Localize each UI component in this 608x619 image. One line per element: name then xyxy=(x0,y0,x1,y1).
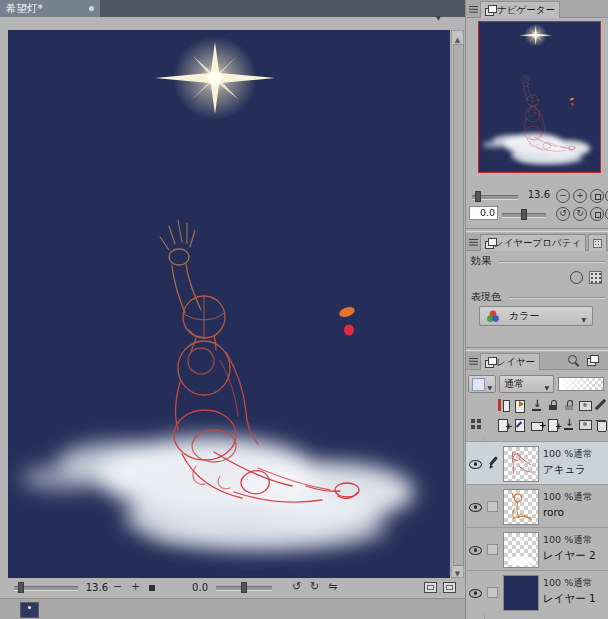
blend-mode-combo[interactable]: 通常 xyxy=(499,375,554,393)
navigator-zoom-reset-button[interactable] xyxy=(590,189,604,203)
layer-row[interactable]: 100 %通常 レイヤー 2 xyxy=(466,527,608,570)
rotate-left-button[interactable] xyxy=(292,581,301,593)
scroll-down-icon[interactable] xyxy=(452,565,463,577)
navigator-menu-icon[interactable] xyxy=(469,5,478,13)
color-wheel-icon xyxy=(486,310,500,323)
transfer-down-icon[interactable] xyxy=(530,398,544,412)
border-effect-icon[interactable] xyxy=(570,271,583,284)
enable-mask-icon[interactable] xyxy=(578,398,592,412)
canvas-vertical-scrollbar[interactable] xyxy=(451,30,464,578)
fit-to-window-button[interactable] xyxy=(443,582,456,593)
opacity-slider[interactable] xyxy=(558,377,604,391)
two-pane-icon[interactable] xyxy=(587,355,599,366)
document-tab-title: 希望灯* xyxy=(6,2,43,16)
tone-effect-icon[interactable] xyxy=(589,271,602,284)
tab-navigator[interactable]: ナビゲーター xyxy=(480,1,560,18)
expression-color-rule xyxy=(510,297,606,299)
section-divider xyxy=(466,347,608,351)
flip-horizontal-button[interactable] xyxy=(328,581,337,593)
navigator-preview[interactable] xyxy=(478,21,601,173)
merge-down-icon[interactable] xyxy=(562,417,576,431)
layer-visibility-icon[interactable] xyxy=(469,543,482,556)
new-folder-icon[interactable] xyxy=(530,417,544,431)
expression-color-label: 表現色 xyxy=(471,290,501,304)
layer-row[interactable]: 100 %通常 レイヤー 1 xyxy=(466,570,608,613)
tone-tab-icon xyxy=(593,239,602,248)
zoom-100-button[interactable] xyxy=(149,585,155,591)
navigator-header: ナビゲーター xyxy=(466,0,608,18)
expression-color-value: カラー xyxy=(509,309,539,323)
layers-header: レイヤー xyxy=(466,352,608,370)
navigator-rotate-reset-button[interactable] xyxy=(590,207,604,221)
layer-row[interactable]: 100 %通常 roro xyxy=(466,484,608,527)
lock-transparent-pixels-icon[interactable] xyxy=(562,398,576,412)
scrollbar-thumb[interactable] xyxy=(453,44,464,566)
layer-thumbnail[interactable] xyxy=(503,446,539,482)
tab-layer-property[interactable]: レイヤープロパティ xyxy=(480,234,586,251)
tab-close-icon[interactable] xyxy=(89,6,94,11)
tab-layer-property-extra[interactable] xyxy=(588,234,607,251)
editing-target-checkbox[interactable] xyxy=(487,501,498,512)
canvas-viewport[interactable] xyxy=(8,30,450,578)
new-vector-layer-icon[interactable] xyxy=(513,417,527,431)
layers-title: レイヤー xyxy=(496,356,535,369)
statusbar-rotation-value: 0.0 xyxy=(186,582,208,593)
layer-info: 100 %通常 xyxy=(543,577,592,590)
layer-thumbnail[interactable] xyxy=(503,532,539,568)
layer-thumbnail[interactable] xyxy=(503,575,539,611)
tab-layers[interactable]: レイヤー xyxy=(480,353,540,370)
navigator-zoom-handle[interactable] xyxy=(475,191,481,202)
layer-visibility-icon[interactable] xyxy=(469,500,482,513)
canvas-statusbar: 13.6 0.0 xyxy=(0,578,466,598)
thumb-art xyxy=(504,490,538,524)
create-mask-icon[interactable] xyxy=(578,417,592,431)
rotate-right-button[interactable] xyxy=(310,581,319,593)
layer-property-panel-icon xyxy=(485,238,491,249)
layer-thumbnail[interactable] xyxy=(503,489,539,525)
clip-to-layer-below-icon[interactable] xyxy=(496,398,510,412)
delete-layer-icon[interactable] xyxy=(594,417,608,431)
layers-menu-icon[interactable] xyxy=(469,357,478,365)
reference-layer-icon[interactable] xyxy=(513,398,527,412)
duplicate-layer-icon[interactable] xyxy=(546,417,560,431)
show-ruler-icon[interactable] xyxy=(594,398,608,412)
expression-color-combo[interactable]: カラー xyxy=(479,306,593,326)
navigator-zoom-value: 13.6 xyxy=(520,189,550,200)
navigator-rotate-right-button[interactable] xyxy=(573,207,587,221)
layer-property-menu-icon[interactable] xyxy=(469,238,478,246)
fit-to-screen-button[interactable] xyxy=(424,582,437,593)
thumbnail-view-icon[interactable] xyxy=(469,417,483,431)
layer-color-combo[interactable] xyxy=(468,375,496,393)
clip-studio-window: 希望灯* 13.6 0.0 xyxy=(0,0,608,619)
zoom-out-button[interactable] xyxy=(113,581,122,593)
canvas-preview-icon[interactable] xyxy=(20,602,39,618)
editing-target-checkbox[interactable] xyxy=(487,587,498,598)
layer-info: 100 %通常 xyxy=(543,534,592,547)
document-tab[interactable]: 希望灯* xyxy=(0,0,100,17)
navigator-rotation-handle[interactable] xyxy=(521,209,527,220)
layer-info: 100 %通常 xyxy=(543,448,592,461)
document-tabbar: 希望灯* xyxy=(0,0,466,17)
new-raster-layer-icon[interactable] xyxy=(496,417,510,431)
zoom-in-button[interactable] xyxy=(131,581,140,593)
editing-target-checkbox[interactable] xyxy=(487,544,498,555)
blend-mode-value: 通常 xyxy=(504,377,524,391)
statusbar-zoom-handle[interactable] xyxy=(18,582,24,593)
layer-search-icon[interactable] xyxy=(568,355,580,367)
lock-layer-icon[interactable] xyxy=(546,398,560,412)
navigator-title: ナビゲーター xyxy=(497,4,555,17)
tab-list-caret-icon[interactable] xyxy=(436,5,441,24)
navigator-zoom-out-button[interactable] xyxy=(556,189,570,203)
layer-row[interactable]: 100 %通常 アキュラ xyxy=(466,441,608,484)
scroll-up-icon[interactable] xyxy=(452,31,463,43)
right-panel-dock: ナビゲーター 13.6 0.0 レイヤープロパティ xyxy=(466,0,608,619)
navigator-rotate-left-button[interactable] xyxy=(556,207,570,221)
editing-target-icon[interactable] xyxy=(487,456,499,469)
navigator-zoom-in-button[interactable] xyxy=(573,189,587,203)
statusbar-rotation-handle[interactable] xyxy=(241,582,247,593)
layer-visibility-icon[interactable] xyxy=(469,586,482,599)
thumb-art xyxy=(504,447,538,481)
canvas-artwork xyxy=(8,30,450,578)
layer-visibility-icon[interactable] xyxy=(469,457,482,470)
effect-label: 効果 xyxy=(471,254,491,268)
